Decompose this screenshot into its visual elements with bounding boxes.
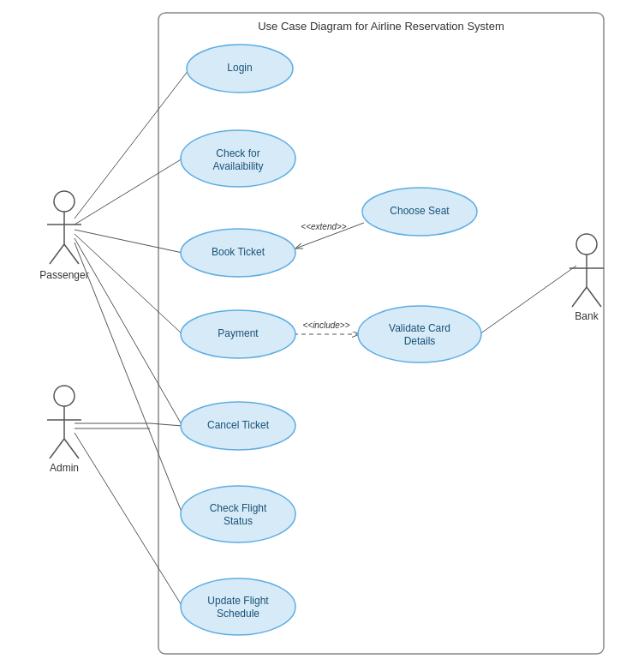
line-admin-cancel-3: [150, 423, 182, 426]
diagram-title: Use Case Diagram for Airline Reservation…: [258, 20, 504, 33]
use-case-update-flight-label1: Update Flight: [207, 595, 269, 607]
bank-actor-head: [576, 234, 597, 255]
use-case-update-flight-label2: Schedule: [217, 608, 259, 620]
line-passenger-cancel-ticket: [75, 238, 182, 426]
use-case-check-flight-label1: Check Flight: [210, 502, 267, 514]
diagram-container: Use Case Diagram for Airline Reservation…: [0, 0, 644, 665]
use-case-validate-card-label2: Details: [404, 335, 436, 347]
use-case-choose-seat-label: Choose Seat: [390, 205, 450, 217]
admin-actor-head: [54, 386, 75, 406]
line-admin-update-flight: [75, 433, 182, 607]
use-case-diagram: Use Case Diagram for Airline Reservation…: [0, 0, 644, 665]
passenger-actor-head: [54, 191, 75, 212]
passenger-actor-left-leg: [50, 244, 64, 264]
line-passenger-login: [75, 70, 188, 219]
admin-actor-label: Admin: [50, 462, 79, 474]
use-case-login-label: Login: [227, 62, 252, 74]
use-case-payment-label: Payment: [218, 327, 259, 339]
use-case-check-avail-label2: Availaibility: [212, 160, 263, 172]
use-case-check-flight-label2: Status: [224, 515, 253, 527]
line-passenger-check-avail: [75, 159, 182, 225]
use-case-book-ticket-label: Book Ticket: [212, 246, 265, 258]
admin-actor-left-leg: [50, 439, 64, 458]
extend-label: <<extend>>: [301, 222, 347, 231]
bank-actor-label: Bank: [575, 310, 599, 322]
use-case-validate-card-label1: Validate Card: [389, 322, 450, 334]
include-label: <<include>>: [302, 321, 349, 330]
admin-actor-right-leg: [64, 439, 79, 458]
bank-actor-left-leg: [572, 287, 587, 307]
passenger-actor-label: Passenger: [39, 269, 88, 281]
line-bank-validate: [480, 266, 576, 334]
bank-actor-right-leg: [587, 287, 601, 307]
use-case-cancel-ticket-label: Cancel Ticket: [207, 419, 270, 431]
line-passenger-check-flight: [75, 243, 182, 514]
use-case-check-avail-label: Check for: [216, 147, 259, 159]
